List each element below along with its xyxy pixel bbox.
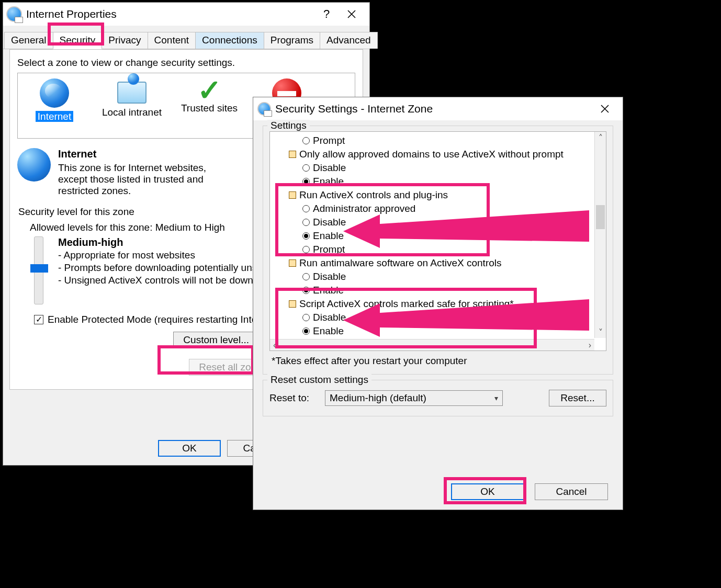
radio-icon[interactable] (302, 164, 310, 172)
radio-icon[interactable] (302, 314, 310, 321)
custom-level-button[interactable]: Custom level... (173, 332, 259, 348)
tab-programs[interactable]: Programs (264, 32, 320, 49)
tree-item-label: Disable (313, 161, 346, 175)
tree-item-label: Run ActiveX controls and plug-ins (299, 188, 448, 202)
radio-icon[interactable] (302, 205, 310, 212)
setting-group-icon (289, 300, 296, 308)
tree-group: Run ActiveX controls and plug-ins (284, 188, 590, 202)
ip-title: Internet Properties (26, 8, 314, 20)
globe-icon (17, 148, 51, 182)
tab-content[interactable]: Content (148, 32, 196, 49)
cancel-button[interactable]: Cancel (535, 483, 608, 500)
zone-trusted-label: Trusted sites (181, 103, 238, 114)
tab-advanced[interactable]: Advanced (320, 32, 378, 49)
tree-radio[interactable]: Enable (284, 229, 590, 243)
tree-item-label: Disable (313, 216, 346, 229)
horizontal-scrollbar[interactable]: ‹ › (270, 339, 594, 350)
reset-button[interactable]: Reset... (549, 390, 606, 406)
settings-tree[interactable]: PromptOnly allow approved domains to use… (269, 131, 606, 351)
scrollbar-thumb[interactable] (596, 205, 605, 229)
tab-general[interactable]: General (4, 32, 53, 49)
scroll-left-icon[interactable]: ‹ (273, 341, 276, 350)
tree-item-label: Prompt (313, 134, 345, 148)
tree-item-label: Enable (313, 324, 344, 338)
settings-label: Settings (267, 120, 310, 131)
globe-icon (40, 78, 69, 108)
zone-desc-text: This zone is for Internet websites, exce… (58, 162, 226, 197)
zone-instruction: Select a zone to view or change security… (10, 57, 363, 73)
scroll-down-icon[interactable]: ˅ (595, 326, 606, 338)
ok-button[interactable]: OK (158, 440, 221, 457)
radio-icon[interactable] (302, 232, 310, 240)
reset-to-combobox[interactable]: Medium-high (default) ▾ (325, 390, 503, 406)
tree-radio[interactable]: Disable (284, 311, 590, 324)
tree-radio[interactable]: Prompt (284, 134, 590, 148)
zone-trusted-sites[interactable]: ✓ Trusted sites (176, 78, 243, 134)
scroll-right-icon[interactable]: › (589, 341, 591, 350)
radio-icon[interactable] (302, 219, 310, 226)
tree-item-label: Run antimalware software on ActiveX cont… (299, 256, 502, 270)
zone-internet[interactable]: Internet (21, 78, 88, 134)
ok-button[interactable]: OK (451, 483, 524, 500)
tree-item-label: Disable (313, 270, 346, 284)
reset-to-value: Medium-high (default) (330, 392, 426, 404)
tab-privacy[interactable]: Privacy (102, 32, 148, 49)
close-button[interactable] (592, 98, 617, 120)
radio-icon[interactable] (302, 137, 310, 144)
ip-tabstrip: General Security Privacy Content Connect… (3, 26, 369, 49)
tree-item-label: Only allow approved domains to use Activ… (299, 148, 564, 161)
zone-internet-label: Internet (36, 111, 73, 122)
tree-group: Run antimalware software on ActiveX cont… (284, 256, 590, 270)
radio-icon[interactable] (302, 287, 310, 294)
vertical-scrollbar[interactable]: ˄ ˅ (594, 132, 606, 338)
protected-mode-checkbox[interactable] (34, 315, 43, 324)
security-settings-window: Security Settings - Internet Zone Settin… (253, 97, 623, 510)
ss-button-bar: OK Cancel (253, 474, 623, 510)
intranet-icon (117, 82, 147, 104)
tree-item-label: Enable (313, 175, 344, 188)
internet-options-icon (257, 102, 271, 116)
tree-radio[interactable]: Disable (284, 216, 590, 229)
setting-group-icon (289, 191, 296, 199)
tree-item-label: Prompt (313, 243, 345, 256)
setting-group-icon (289, 259, 296, 267)
settings-group: Settings PromptOnly allow approved domai… (263, 126, 613, 375)
scroll-up-icon[interactable]: ˄ (595, 132, 606, 143)
chevron-down-icon: ▾ (494, 394, 498, 402)
radio-icon[interactable] (302, 178, 310, 185)
tree-item-label: Enable (313, 229, 344, 243)
close-button[interactable] (339, 3, 364, 25)
reset-group: Reset custom settings Reset to: Medium-h… (263, 380, 613, 416)
tree-radio[interactable]: Enable (284, 175, 590, 188)
zone-local-intranet[interactable]: Local intranet (98, 78, 165, 134)
tree-radio[interactable]: Disable (284, 270, 590, 284)
tree-item-label: Script ActiveX controls marked safe for … (299, 297, 514, 311)
setting-group-icon (289, 151, 296, 158)
restart-note: *Takes effect after you restart your com… (269, 351, 606, 367)
internet-options-icon (6, 6, 22, 22)
reset-to-label: Reset to: (269, 392, 317, 404)
tree-radio[interactable]: Disable (284, 161, 590, 175)
tree-item-label: Enable (313, 284, 344, 297)
slider-thumb[interactable] (30, 264, 48, 273)
help-button[interactable]: ? (314, 3, 339, 25)
tree-group: Only allow approved domains to use Activ… (284, 148, 590, 161)
security-level-slider[interactable] (34, 236, 43, 304)
tree-radio[interactable]: Enable (284, 284, 590, 297)
tree-item-label: Administrator approved (313, 202, 415, 216)
checkmark-icon: ✓ (176, 78, 243, 103)
tree-item-label: Disable (313, 311, 346, 324)
tab-security[interactable]: Security (53, 32, 103, 49)
zone-local-intranet-label: Local intranet (102, 107, 162, 118)
tab-connections[interactable]: Connections (195, 32, 264, 49)
tree-radio[interactable]: Administrator approved (284, 202, 590, 216)
radio-icon[interactable] (302, 246, 310, 253)
ss-title: Security Settings - Internet Zone (275, 103, 592, 115)
radio-icon[interactable] (302, 273, 310, 280)
tree-radio[interactable]: Prompt (284, 243, 590, 256)
tree-group: Script ActiveX controls marked safe for … (284, 297, 590, 311)
tree-radio[interactable]: Enable (284, 324, 590, 338)
level-name: Medium-high (58, 236, 123, 248)
reset-heading: Reset custom settings (267, 374, 371, 386)
radio-icon[interactable] (302, 327, 310, 335)
